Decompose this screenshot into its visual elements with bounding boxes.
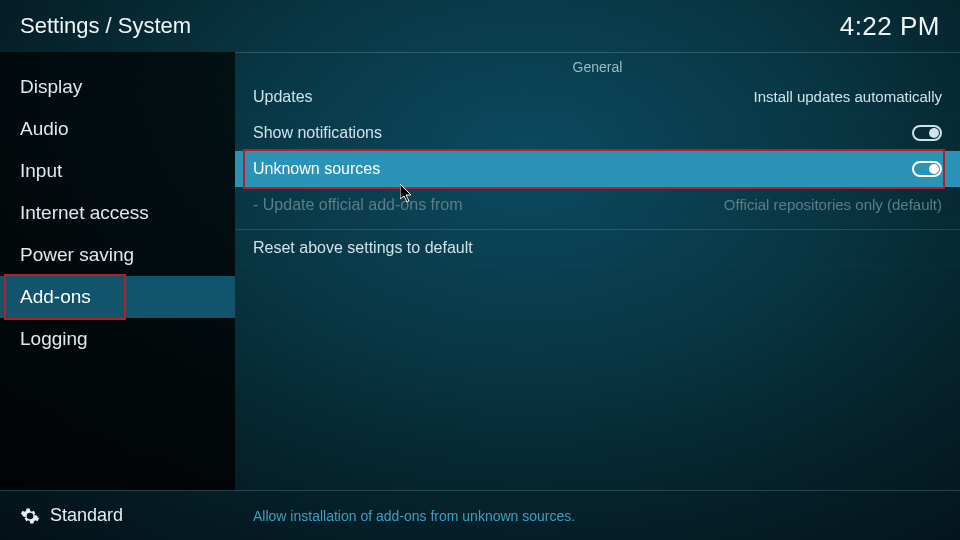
settings-level-label: Standard	[50, 505, 123, 526]
help-text: Allow installation of add-ons from unkno…	[235, 508, 960, 524]
row-label: Unknown sources	[253, 160, 380, 178]
sidebar-item-logging[interactable]: Logging	[0, 318, 235, 360]
sidebar-item-power-saving[interactable]: Power saving	[0, 234, 235, 276]
row-label: Reset above settings to default	[253, 239, 473, 257]
row-value: Install updates automatically	[754, 88, 942, 105]
section-heading: General	[235, 53, 960, 79]
sidebar-item-internet-access[interactable]: Internet access	[0, 192, 235, 234]
sidebar-item-input[interactable]: Input	[0, 150, 235, 192]
toggle-icon[interactable]	[912, 161, 942, 177]
row-unknown-sources[interactable]: Unknown sources	[235, 151, 960, 187]
sidebar-item-audio[interactable]: Audio	[0, 108, 235, 150]
breadcrumb: Settings / System	[20, 13, 191, 39]
clock: 4:22 PM	[840, 11, 940, 42]
content-panel: General Updates Install updates automati…	[235, 52, 960, 490]
toggle-icon[interactable]	[912, 125, 942, 141]
sidebar: Display Audio Input Internet access Powe…	[0, 52, 235, 490]
row-label: - Update official add-ons from	[253, 196, 463, 214]
row-update-official-addons-from: - Update official add-ons from Official …	[235, 187, 960, 223]
row-label: Updates	[253, 88, 313, 106]
row-show-notifications[interactable]: Show notifications	[235, 115, 960, 151]
gear-icon	[20, 506, 40, 526]
footer: Standard Allow installation of add-ons f…	[0, 490, 960, 540]
row-label: Show notifications	[253, 124, 382, 142]
row-updates[interactable]: Updates Install updates automatically	[235, 79, 960, 115]
main: Display Audio Input Internet access Powe…	[0, 52, 960, 490]
row-value: Official repositories only (default)	[724, 196, 942, 213]
header: Settings / System 4:22 PM	[0, 0, 960, 52]
row-reset-defaults[interactable]: Reset above settings to default	[235, 230, 960, 266]
sidebar-item-add-ons[interactable]: Add-ons	[0, 276, 235, 318]
sidebar-item-display[interactable]: Display	[0, 66, 235, 108]
settings-level-button[interactable]: Standard	[0, 505, 235, 526]
